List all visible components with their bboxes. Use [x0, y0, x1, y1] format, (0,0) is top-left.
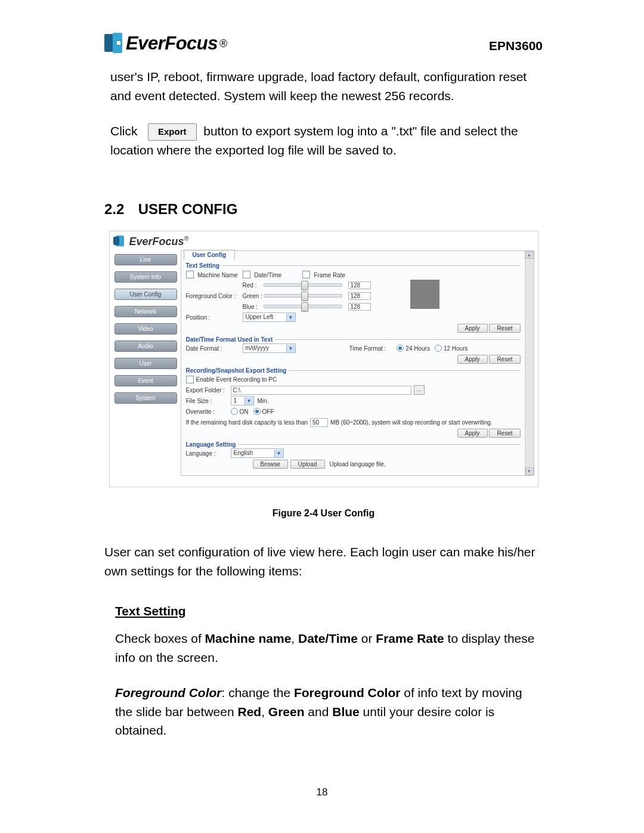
label-export-folder: Export Folder :	[186, 387, 231, 394]
nav-audio[interactable]: Audio	[114, 340, 177, 352]
nav-system-info[interactable]: System Info	[114, 271, 177, 283]
label-time-format: Time Format :	[349, 345, 386, 352]
upload-button[interactable]: Upload	[290, 460, 325, 469]
slider-green[interactable]	[264, 294, 342, 298]
nav-video[interactable]: Video	[114, 323, 177, 335]
export-paragraph: Click Export button to export system log…	[110, 122, 543, 159]
scroll-down-icon[interactable]: ▾	[525, 467, 534, 475]
figure-screenshot: EverFocus® Live System Info User Config …	[109, 231, 538, 487]
label-position: Position :	[186, 314, 243, 321]
subheading-text-setting: Text Setting	[115, 604, 543, 618]
legend-language: Language Setting	[186, 441, 239, 448]
group-text-setting: Text Setting Machine Name Date/Time	[186, 262, 521, 335]
label-overwrite: Overwrite :	[186, 408, 231, 415]
model-number: EPN3600	[489, 39, 543, 54]
value-green[interactable]: 128	[348, 292, 371, 300]
fig-logo-text: EverFocus	[129, 236, 184, 247]
slider-red[interactable]	[264, 283, 342, 287]
chevron-down-icon: ▼	[286, 345, 295, 352]
registered-symbol: ®	[219, 38, 227, 50]
label-enable-recording: Enable Event Recording to PC	[196, 376, 277, 383]
legend-recording: Recording/Snapshot Export Setting	[186, 367, 289, 374]
everfocus-icon	[104, 33, 122, 54]
browse-button[interactable]: Browse	[253, 460, 288, 469]
export-button: Export	[148, 123, 197, 141]
chevron-down-icon: ▼	[286, 314, 295, 321]
label-file-unit: Min.	[258, 398, 269, 404]
label-12h: 12 Hours	[444, 345, 468, 352]
text-reset-button[interactable]: Reset	[489, 324, 520, 333]
group-datetime-format: Date/Time Format Used in Text Date Forma…	[186, 336, 521, 366]
rec-apply-button[interactable]: Apply	[457, 429, 488, 438]
label-24h: 24 Hours	[405, 345, 430, 352]
scrollbar[interactable]: ▴ ▾	[525, 251, 534, 475]
dt-reset-button[interactable]: Reset	[489, 355, 520, 364]
label-file-size: File Size :	[186, 398, 231, 404]
chevron-down-icon: ▼	[274, 450, 283, 457]
label-date-format: Date Format :	[186, 345, 243, 352]
input-export-folder[interactable]: C:\	[231, 386, 411, 395]
nav-sidebar: Live System Info User Config Network Vid…	[110, 250, 181, 476]
para-foreground-color: Foreground Color: change the Foreground …	[115, 683, 543, 740]
nav-user-config[interactable]: User Config	[114, 289, 177, 300]
dropdown-date-format[interactable]: m/d/yyyy▼	[243, 343, 296, 353]
value-blue[interactable]: 128	[348, 303, 371, 311]
radio-overwrite-on[interactable]	[231, 408, 238, 415]
section-number: 2.2	[104, 201, 134, 218]
label-foreground-color: Foreground Color :	[186, 293, 243, 299]
radio-12h[interactable]	[435, 345, 442, 352]
nav-live[interactable]: Live	[114, 254, 177, 265]
dropdown-language[interactable]: English▼	[231, 448, 284, 458]
opt-machine-name: Machine Name	[186, 271, 243, 278]
radio-overwrite-off[interactable]	[253, 408, 261, 415]
warn-post: MB (60~2000), system will stop recording…	[330, 419, 493, 426]
nav-system[interactable]: System	[114, 392, 177, 404]
upload-note: Upload language file.	[330, 461, 386, 467]
label-on: ON	[240, 408, 249, 415]
para-checkboxes: Check boxes of Machine name, Date/Time o…	[115, 629, 543, 667]
nav-network[interactable]: Network	[114, 306, 177, 317]
logo-text: EverFocus	[126, 33, 218, 54]
checkbox-date-time[interactable]	[243, 271, 250, 278]
rec-reset-button[interactable]: Reset	[489, 429, 520, 438]
scroll-up-icon[interactable]: ▴	[525, 251, 534, 259]
input-disk-threshold[interactable]: 50	[310, 418, 328, 427]
legend-text-setting: Text Setting	[186, 262, 222, 269]
radio-24h[interactable]	[397, 345, 404, 352]
dropdown-file-size[interactable]: 1▼	[231, 396, 254, 405]
group-language: Language Setting Language : English▼ Bro…	[186, 441, 521, 469]
content-area: ▴ ▾ User Config Text Setting Machine Nam…	[181, 250, 534, 476]
fig-logo: EverFocus®	[116, 236, 189, 247]
para-after-figure: User can set configuration of live view …	[104, 543, 543, 580]
section-title: USER CONFIG	[138, 201, 238, 217]
checkbox-enable-recording[interactable]	[186, 376, 194, 383]
group-recording: Recording/Snapshot Export Setting Enable…	[186, 367, 521, 440]
label-language: Language :	[186, 450, 231, 457]
value-red[interactable]: 128	[348, 281, 371, 289]
export-pre: Click	[110, 124, 138, 138]
opt-date-time: Date/Time	[243, 271, 302, 278]
label-green: Green :	[243, 293, 264, 299]
nav-event[interactable]: Event	[114, 375, 177, 386]
checkbox-frame-rate[interactable]	[302, 271, 310, 278]
opt-frame-rate: Frame Rate	[302, 271, 346, 278]
label-off: OFF	[262, 408, 274, 415]
slider-blue[interactable]	[264, 305, 342, 308]
nav-user[interactable]: User	[114, 358, 177, 369]
text-apply-button[interactable]: Apply	[457, 324, 488, 333]
fig-reg: ®	[184, 235, 189, 242]
section-heading: 2.2 USER CONFIG	[104, 201, 543, 218]
intro-paragraph-1: user's IP, reboot, firmware upgrade, loa…	[110, 67, 543, 105]
dropdown-position[interactable]: Upper Left▼	[243, 312, 296, 322]
browse-folder-button[interactable]: …	[414, 385, 425, 395]
label-red: Red :	[243, 282, 264, 289]
figure-caption: Figure 2-4 User Config	[104, 508, 543, 519]
dt-apply-button[interactable]: Apply	[457, 355, 488, 364]
color-swatch	[410, 280, 439, 309]
chevron-down-icon: ▼	[244, 397, 253, 405]
legend-datetime: Date/Time Format Used in Text	[186, 336, 275, 343]
everfocus-logo: EverFocus ®	[104, 33, 227, 54]
tab-user-config[interactable]: User Config	[184, 250, 236, 260]
checkbox-machine-name[interactable]	[186, 271, 194, 278]
label-blue: Blue :	[243, 304, 264, 310]
